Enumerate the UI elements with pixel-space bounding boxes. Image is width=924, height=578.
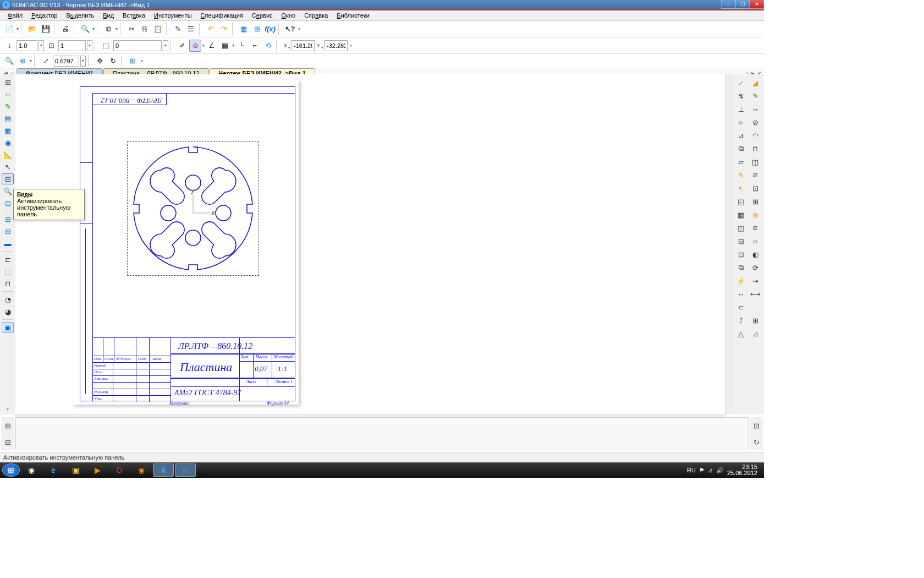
rt-14[interactable]: ◫ xyxy=(749,156,762,168)
rt-33[interactable]: ↔ xyxy=(734,288,747,300)
menu-tools[interactable]: Инструменты xyxy=(150,10,196,20)
taskbar-firefox-icon[interactable]: ◉ xyxy=(131,464,152,477)
close-button[interactable]: ✕ xyxy=(750,0,764,9)
menu-window[interactable]: Окно xyxy=(277,10,300,20)
rt-3[interactable]: ↯ xyxy=(734,90,747,102)
break-icon[interactable]: ▬ xyxy=(2,238,14,249)
menu-select[interactable]: Выделить xyxy=(62,10,98,20)
rt-31[interactable]: ⚡ xyxy=(734,275,747,287)
tray-flag-icon[interactable]: ⚑ xyxy=(699,467,705,474)
select-icon[interactable]: ↖ xyxy=(2,161,14,172)
table-icon[interactable]: ▤ xyxy=(2,113,14,124)
zoom-area-icon[interactable]: 🔍 xyxy=(3,55,15,67)
scale-input[interactable] xyxy=(16,40,37,51)
zoom-in-icon[interactable]: ⊕ xyxy=(16,55,29,67)
aux-view-icon[interactable]: ◕ xyxy=(2,306,14,317)
menu-insert[interactable]: Вставка xyxy=(118,10,150,20)
refresh-icon[interactable]: ⊞ xyxy=(127,55,139,67)
rt-24[interactable]: ⧈ xyxy=(749,222,762,234)
fx-icon[interactable]: f(x) xyxy=(264,23,276,35)
scrollbar-vertical[interactable] xyxy=(725,74,733,415)
manager-icon[interactable]: ⧉ xyxy=(102,23,114,35)
rt-30[interactable]: ⟳ xyxy=(749,261,762,274)
rt-1[interactable]: ⟋ xyxy=(734,77,747,89)
rt-6[interactable]: ↔ xyxy=(749,103,762,115)
angle-icon[interactable]: ∠ xyxy=(206,40,218,52)
reports-icon[interactable]: ⊡ xyxy=(2,198,14,209)
insert-fragment-icon[interactable]: ⊟ xyxy=(2,226,14,237)
rt-36[interactable] xyxy=(749,301,762,313)
menu-help[interactable]: Справка xyxy=(300,10,332,20)
insert-view-icon[interactable]: ⊞ xyxy=(2,214,14,225)
views-icon[interactable]: ⊟ xyxy=(2,173,14,184)
ortho-icon[interactable]: ⌐ xyxy=(249,40,261,52)
rt-26[interactable]: ○ xyxy=(749,235,762,247)
layer-input[interactable] xyxy=(113,40,162,51)
edit-icon[interactable]: ▦ xyxy=(2,125,14,136)
rt-8[interactable]: ⊘ xyxy=(749,116,762,128)
geometry-icon[interactable]: ⊞ xyxy=(2,77,14,88)
rt-21[interactable]: ▦ xyxy=(734,209,747,221)
eraser-icon[interactable]: ✐ xyxy=(176,40,188,52)
rt-11[interactable]: ⧉ xyxy=(734,143,747,155)
pb-l1[interactable]: ⊞ xyxy=(2,419,14,432)
style-input[interactable] xyxy=(58,40,86,51)
tray-date[interactable]: 25.06.2012 xyxy=(727,470,757,476)
properties-icon[interactable]: ☰ xyxy=(185,23,197,35)
expand-icon[interactable]: ▾ xyxy=(2,403,14,415)
rotate-view-icon[interactable]: ↻ xyxy=(107,55,119,67)
spec-icon[interactable]: 🔍 xyxy=(2,186,14,197)
save-icon[interactable]: 💾 xyxy=(40,23,52,35)
annotation-icon[interactable]: ✎ xyxy=(2,101,14,112)
taskbar-chrome-icon[interactable]: ◉ xyxy=(21,464,42,477)
rt-27[interactable]: ⊡ xyxy=(734,248,747,260)
rt-23[interactable]: ◫ xyxy=(734,222,747,234)
pb-l2[interactable]: ⊟ xyxy=(2,436,14,448)
help-cursor-icon[interactable]: ↖? xyxy=(284,23,296,35)
rt-35[interactable]: ⊂ xyxy=(734,301,747,313)
rt-13[interactable]: ▱ xyxy=(734,156,747,168)
rt-4[interactable]: ✎ xyxy=(749,90,762,102)
taskbar-player-icon[interactable]: ▶ xyxy=(87,464,108,477)
minimize-button[interactable]: ─ xyxy=(721,0,735,9)
rt-12[interactable]: ⊓ xyxy=(749,143,762,155)
rt-15[interactable]: ✎ xyxy=(734,169,747,181)
section-icon[interactable]: ⊓ xyxy=(2,278,14,289)
zoom-fit-icon[interactable]: ⤢ xyxy=(40,55,52,67)
taskbar-explorer-icon[interactable]: ▣ xyxy=(65,464,86,477)
rt-10[interactable]: ◠ xyxy=(749,129,762,141)
coord-y-input[interactable] xyxy=(324,40,348,51)
tray-volume-icon[interactable]: 🔊 xyxy=(716,467,724,474)
menu-spec[interactable]: Спецификация xyxy=(196,10,248,20)
rt-25[interactable]: ⊟ xyxy=(734,235,747,247)
copy-icon[interactable]: ⎘ xyxy=(139,23,151,35)
brush-icon[interactable]: ✎ xyxy=(172,23,184,35)
tree-icon[interactable]: ⊞ xyxy=(251,23,263,35)
menu-service[interactable]: Сервис xyxy=(248,10,277,20)
menu-edit[interactable]: Редактор xyxy=(27,10,62,20)
arrow-view-icon[interactable]: ⬚ xyxy=(2,266,14,277)
canvas[interactable]: ЛР/ЛТФ – 860.10.12 xyxy=(15,74,733,415)
detail-view-icon[interactable]: ◔ xyxy=(2,294,14,305)
rt-17[interactable]: ↖ xyxy=(734,182,747,194)
rt-2[interactable]: ◢ xyxy=(749,77,762,89)
new-icon[interactable]: 📄 xyxy=(3,23,15,35)
rt-18[interactable]: ⊡ xyxy=(749,182,762,194)
open-icon[interactable]: 📂 xyxy=(26,23,38,35)
rt-32[interactable]: ⊸ xyxy=(749,275,762,287)
rt-39[interactable]: △ xyxy=(734,328,747,340)
grid-icon[interactable]: ▦ xyxy=(219,40,231,52)
rt-16[interactable]: ⧄ xyxy=(749,169,762,181)
dimension-icon[interactable]: ↔ xyxy=(2,89,14,100)
rt-29[interactable]: ⧉ xyxy=(734,261,747,274)
cut-icon[interactable]: ✂ xyxy=(125,23,138,35)
rt-7[interactable]: ○ xyxy=(734,116,747,128)
rt-5[interactable]: ⊥ xyxy=(734,103,747,115)
local-cs-icon[interactable]: └ xyxy=(235,40,248,52)
preview-icon[interactable]: 🔍 xyxy=(79,23,91,35)
redo-icon[interactable]: ↷ xyxy=(218,23,230,35)
pb-r1[interactable]: ⊡ xyxy=(750,419,762,432)
taskbar-word-icon[interactable]: W xyxy=(175,464,196,477)
tray-network-icon[interactable]: ⊿ xyxy=(708,467,713,474)
view-state-icon[interactable]: ⊡ xyxy=(45,40,57,52)
